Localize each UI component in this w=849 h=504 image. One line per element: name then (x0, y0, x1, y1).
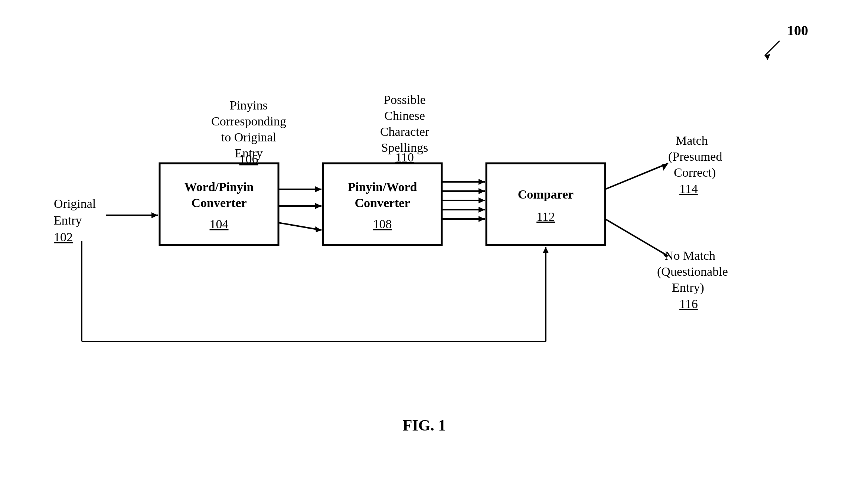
pinyin-word-label: Pinyin/Word (347, 180, 417, 194)
match-label-line3: Correct) (674, 166, 716, 180)
comparer-box (486, 163, 605, 245)
pinyin-word-label2: Converter (355, 196, 410, 210)
svg-marker-27 (543, 247, 549, 253)
svg-marker-7 (315, 203, 321, 209)
word-pinyin-label: Word/Pinyin (184, 180, 254, 194)
original-entry-line2: Entry (54, 213, 82, 227)
svg-marker-5 (315, 186, 321, 192)
possible-label-line2: Chinese (384, 109, 425, 122)
diagram-container: 100 Word/Pinyin Converter 104 Pinyin/Wor… (0, 0, 849, 504)
figure-title: FIG. 1 (403, 417, 446, 434)
svg-marker-3 (151, 212, 158, 218)
svg-line-0 (765, 41, 780, 56)
pinyins-label-line2: Corresponding (211, 114, 286, 128)
comparer-ref: 112 (536, 210, 555, 223)
svg-marker-11 (479, 179, 485, 185)
svg-line-22 (605, 219, 668, 256)
word-pinyin-label2: Converter (191, 196, 246, 210)
word-pinyin-ref: 104 (210, 217, 229, 231)
pinyins-label-line1: Pinyins (230, 98, 268, 112)
pinyins-label-line3: to Original (221, 130, 276, 144)
ref-100: 100 (787, 23, 808, 38)
original-entry-line1: Original (54, 197, 96, 210)
no-match-label-line1: No Match (664, 249, 715, 262)
no-match-label-line3: Entry) (672, 281, 704, 295)
svg-marker-17 (479, 207, 485, 213)
pinyins-ref: 106 (239, 152, 258, 166)
comparer-label: Comparer (518, 187, 574, 201)
no-match-label-line2: (Questionable (657, 265, 728, 279)
match-ref: 114 (679, 182, 698, 196)
pinyin-word-ref: 108 (373, 217, 392, 231)
svg-marker-21 (662, 163, 668, 171)
svg-line-8 (278, 223, 321, 230)
svg-line-20 (605, 163, 668, 189)
no-match-ref: 116 (679, 297, 698, 311)
svg-marker-19 (479, 216, 485, 222)
possible-label-line1: Possible (383, 93, 425, 107)
match-label-line2: (Presumed (668, 150, 722, 164)
svg-marker-13 (479, 188, 485, 194)
possible-label-line3: Character (380, 125, 430, 138)
svg-marker-15 (479, 197, 485, 203)
possible-ref: 110 (395, 150, 414, 164)
match-label-line1: Match (676, 134, 708, 147)
original-entry-ref: 102 (54, 230, 73, 244)
